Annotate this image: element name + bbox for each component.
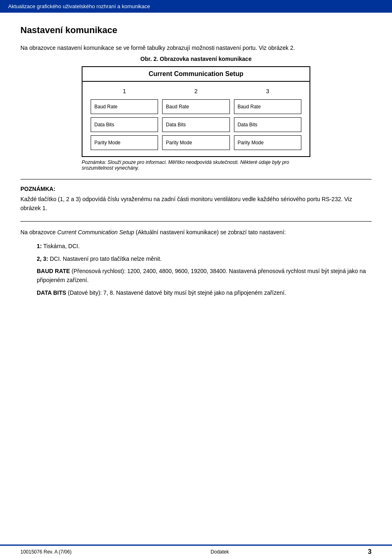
col-2-baud-rate: Baud Rate	[162, 99, 229, 114]
col-3-number: 3	[266, 88, 269, 94]
body-para-1: Na obrazovce Current Communication Setup…	[20, 228, 372, 237]
col-1-number: 1	[123, 88, 126, 94]
item-1-text: Tiskárna, DCI.	[42, 243, 80, 249]
body-item-1: 1: Tiskárna, DCI.	[37, 242, 372, 251]
item-4-label: DATA BITS	[37, 289, 66, 296]
body-para-1-prefix: Na obrazovce	[20, 229, 57, 235]
comm-column-3: 3 Baud Rate Data Bits Parity Mode	[234, 88, 301, 150]
item-2-text: DCI. Nastavení pro tato tlačítka nelze m…	[48, 255, 162, 262]
intro-paragraph: Na obrazovce nastavení komunikace se ve …	[20, 44, 372, 52]
comm-setup-wrapper: Current Communication Setup 1 Baud Rate …	[82, 66, 310, 171]
note-label: POZNÁMKA:	[20, 186, 372, 192]
col-2-parity-mode: Parity Mode	[162, 135, 229, 150]
body-item-3: BAUD RATE (Přenosová rychlost): 1200, 24…	[37, 267, 372, 285]
header-title: Aktualizace grafického uživatelského roz…	[8, 3, 150, 9]
body-para-1-italic: Current Communication Setup	[57, 229, 134, 235]
col-3-parity-mode: Parity Mode	[234, 135, 301, 150]
footer-section: Dodatek	[211, 549, 229, 555]
footer: 10015076 Rev. A (7/06) Dodatek 3	[0, 545, 392, 558]
note-block: POZNÁMKA: Každé tlačítko (1, 2 a 3) odpo…	[20, 186, 372, 213]
page-title: Nastavení komunikace	[20, 25, 372, 36]
item-2-label: 2, 3:	[37, 255, 48, 262]
body-item-2: 2, 3: DCI. Nastavení pro tato tlačítka n…	[37, 254, 372, 263]
col-2-data-bits: Data Bits	[162, 117, 229, 132]
col-1-data-bits: Data Bits	[91, 117, 158, 132]
main-content: Nastavení komunikace Na obrazovce nastav…	[0, 13, 392, 333]
item-3-text: (Přenosová rychlost): 1200, 2400, 4800, …	[37, 268, 366, 283]
item-4-text: (Datové bity): 7, 8. Nastavené datové bi…	[66, 289, 286, 296]
col-1-baud-rate: Baud Rate	[91, 99, 158, 114]
hr-top	[20, 179, 372, 179]
comm-column-1: 1 Baud Rate Data Bits Parity Mode	[91, 88, 158, 150]
comm-setup-columns: 1 Baud Rate Data Bits Parity Mode 2 Baud…	[82, 82, 310, 156]
footer-doc-number: 10015076 Rev. A (7/06)	[20, 549, 71, 555]
col-3-baud-rate: Baud Rate	[234, 99, 301, 114]
footer-page-number: 3	[368, 548, 372, 556]
comm-setup-box: Current Communication Setup 1 Baud Rate …	[82, 66, 310, 157]
body-para-1-suffix: (Aktuální nastavení komunikace) se zobra…	[134, 229, 286, 235]
item-1-label: 1:	[37, 243, 42, 249]
col-3-data-bits: Data Bits	[234, 117, 301, 132]
col-2-number: 2	[194, 88, 198, 94]
body-item-4: DATA BITS (Datové bity): 7, 8. Nastavené…	[37, 288, 372, 297]
hr-bottom	[20, 221, 372, 222]
comm-column-2: 2 Baud Rate Data Bits Parity Mode	[162, 88, 229, 150]
item-3-label: BAUD RATE	[37, 268, 70, 274]
figure-label: Obr. 2. Obrazovka nastavení komunikace	[20, 56, 372, 62]
table-note: Poznámka: Slouží pouze pro informaci. Mě…	[82, 159, 310, 171]
col-1-parity-mode: Parity Mode	[91, 135, 158, 150]
note-text: Každé tlačítko (1, 2 a 3) odpovídá číslu…	[20, 195, 372, 213]
comm-setup-title: Current Communication Setup	[82, 67, 310, 82]
header-bar: Aktualizace grafického uživatelského roz…	[0, 0, 392, 13]
